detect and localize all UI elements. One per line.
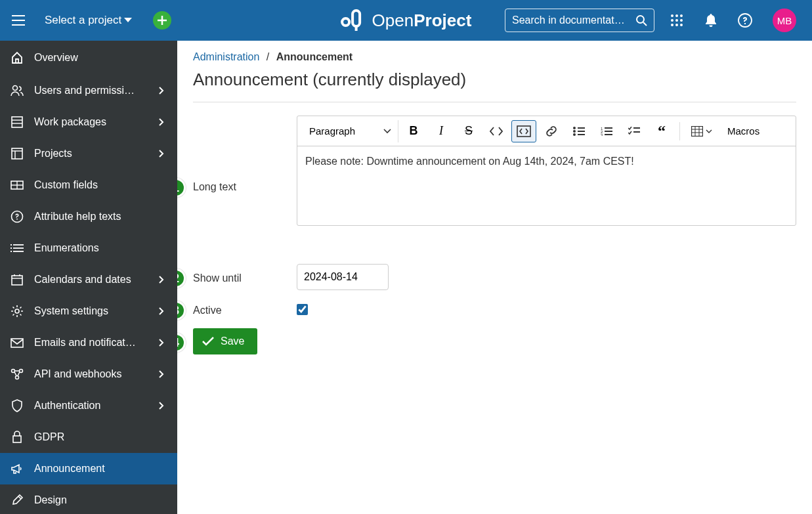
sidebar-item-attribute-help-texts[interactable]: Attribute help texts (0, 201, 177, 232)
lock-icon (11, 431, 24, 444)
quote-button[interactable]: “ (649, 120, 674, 142)
sidebar-item-authentication[interactable]: Authentication (0, 390, 177, 421)
strikethrough-button[interactable]: S (456, 120, 481, 142)
avatar-initials: MB (777, 15, 792, 26)
user-avatar[interactable]: MB (773, 9, 796, 32)
rich-text-editor: Paragraph B I S (297, 116, 796, 226)
step-marker-4: 4 (177, 333, 186, 353)
code-block-icon (517, 125, 531, 137)
breadcrumb: Administration / Announcement (193, 51, 796, 63)
save-button[interactable]: Save (193, 328, 257, 354)
editor-content-area[interactable]: Please note: Downtime announcement on Au… (297, 146, 796, 225)
sidebar-item-label: Work packages (34, 116, 146, 128)
form-row-show-until: 2 Show until 2024-08-14 (193, 264, 796, 290)
apps-button[interactable] (665, 9, 689, 32)
sidebar-item-overview[interactable]: Overview (0, 41, 177, 75)
step-marker-2: 2 (177, 268, 186, 288)
svg-point-44 (573, 130, 576, 133)
page-title: Announcement (currently displayed) (193, 70, 796, 90)
svg-point-36 (15, 309, 19, 313)
project-selector-label: Select a project (45, 14, 121, 27)
svg-point-10 (680, 19, 683, 22)
numbered-list-button[interactable]: 123 (594, 120, 619, 142)
sidebar-item-label: Users and permissi… (34, 85, 146, 96)
svg-point-3 (637, 16, 644, 23)
chevron-down-icon (706, 129, 712, 133)
svg-rect-57 (692, 126, 703, 136)
macros-button[interactable]: Macros (721, 125, 766, 137)
api-icon (11, 368, 24, 380)
sidebar-item-calendars-and-dates[interactable]: Calendars and dates (0, 264, 177, 295)
sidebar-item-label: Custom fields (34, 179, 167, 191)
editor-toolbar: Paragraph B I S (297, 116, 796, 146)
sidebar-item-label: API and webhooks (34, 368, 146, 380)
svg-point-9 (675, 19, 678, 22)
sidebar-item-custom-fields[interactable]: Custom fields (0, 169, 177, 201)
sidebar-item-users-and-permissi[interactable]: Users and permissi… (0, 75, 177, 106)
form-row-save: 4 Save (193, 328, 796, 354)
notifications-button[interactable] (699, 9, 723, 32)
svg-point-8 (671, 19, 673, 22)
svg-point-11 (671, 24, 673, 26)
svg-text:3: 3 (601, 133, 603, 136)
sidebar-item-label: Overview (34, 52, 167, 64)
chevron-right-icon (156, 339, 167, 347)
list-icon (11, 116, 24, 128)
chevron-right-icon (156, 150, 167, 158)
svg-line-4 (643, 22, 647, 26)
svg-point-7 (680, 14, 683, 17)
code-block-button[interactable] (511, 120, 536, 142)
italic-button[interactable]: I (429, 120, 454, 142)
task-list-button[interactable] (622, 120, 647, 142)
sidebar-item-projects[interactable]: Projects (0, 138, 177, 169)
hamburger-menu-button[interactable] (5, 7, 32, 33)
step-marker-3: 3 (177, 301, 186, 320)
chevron-right-icon (156, 402, 167, 410)
svg-rect-37 (11, 339, 23, 347)
help-icon (11, 210, 24, 223)
paragraph-dropdown[interactable]: Paragraph (303, 120, 398, 142)
project-selector[interactable]: Select a project (37, 14, 140, 27)
brush-icon (11, 494, 24, 507)
sidebar-item-label: Emails and notificat… (34, 337, 146, 349)
link-button[interactable] (539, 120, 564, 142)
sidebar-item-enumerations[interactable]: Enumerations (0, 232, 177, 264)
sidebar-item-gdpr[interactable]: GDPR (0, 421, 177, 453)
bullet-list-button[interactable] (566, 120, 591, 142)
sidebar-item-system-settings[interactable]: System settings (0, 295, 177, 327)
breadcrumb-root[interactable]: Administration (193, 51, 259, 62)
plus-icon (157, 15, 167, 26)
numbered-list-icon: 123 (601, 127, 612, 136)
sidebar-item-emails-and-notificat[interactable]: Emails and notificat… (0, 327, 177, 358)
sidebar-item-work-packages[interactable]: Work packages (0, 106, 177, 138)
svg-point-6 (675, 14, 678, 17)
sidebar-item-label: Announcement (34, 463, 167, 475)
search-input[interactable]: Search in documentat… (505, 9, 654, 32)
sidebar-item-design[interactable]: Design (0, 484, 177, 514)
users-icon (11, 85, 24, 96)
code-button[interactable] (484, 120, 509, 142)
bell-icon (705, 14, 717, 27)
table-button[interactable] (685, 120, 718, 142)
chevron-right-icon (156, 118, 167, 126)
bold-button[interactable]: B (401, 120, 426, 142)
search-placeholder: Search in documentat… (512, 14, 635, 26)
active-checkbox[interactable] (297, 304, 308, 315)
svg-rect-0 (342, 18, 349, 26)
paragraph-dropdown-label: Paragraph (309, 125, 355, 137)
sidebar-item-api-and-webhooks[interactable]: API and webhooks (0, 358, 177, 390)
toolbar-separator (679, 122, 680, 140)
svg-rect-29 (11, 244, 12, 246)
add-button[interactable] (153, 11, 171, 30)
svg-point-45 (573, 133, 576, 136)
breadcrumb-current: Announcement (276, 51, 353, 62)
svg-rect-19 (12, 148, 22, 159)
sidebar-item-announcement[interactable]: Announcement (0, 453, 177, 484)
search-icon (635, 14, 647, 26)
sidebar-item-label: System settings (34, 305, 146, 317)
long-text-label-wrap: 1 Long text (193, 116, 297, 193)
chevron-right-icon (156, 307, 167, 315)
show-until-input[interactable]: 2024-08-14 (297, 264, 389, 290)
sidebar-item-label: Enumerations (34, 242, 167, 254)
help-button[interactable] (733, 9, 757, 32)
